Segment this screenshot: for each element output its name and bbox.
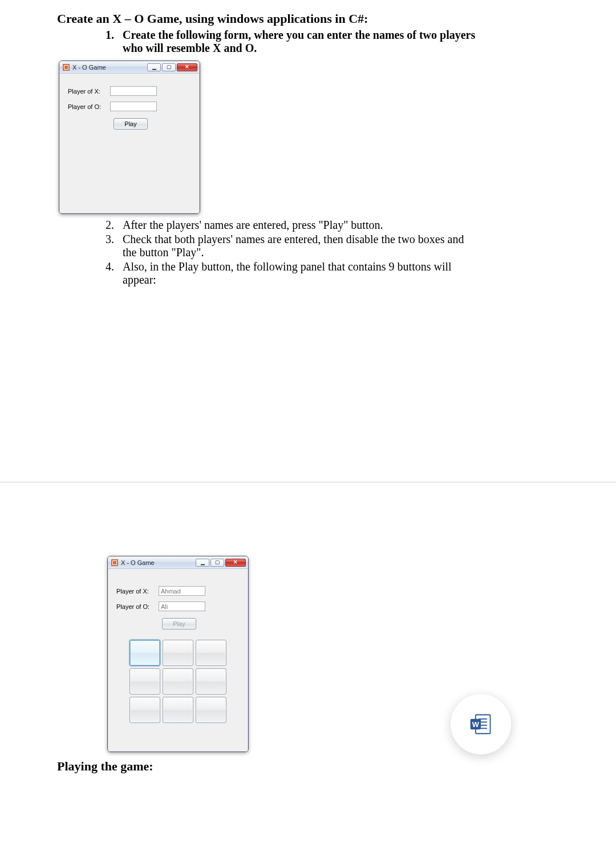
game-cell-8[interactable] (163, 697, 193, 723)
maximize-icon: ▢ (167, 64, 172, 70)
ordered-list-cont: 2. After the players' names are entered,… (57, 219, 559, 286)
game-cell-3[interactable] (196, 640, 226, 666)
play-wrap: Play (162, 618, 240, 629)
page-title: Create an X – O Game, using windows appl… (57, 11, 559, 26)
window-title: X - O Game (72, 64, 146, 71)
window-buttons: ▁ ▢ ✕ (146, 63, 197, 71)
word-icon: W (468, 712, 493, 737)
game-cell-6[interactable] (196, 668, 226, 695)
play-label: Play (124, 120, 136, 127)
row-player-x: Player of X: (116, 586, 240, 596)
list-number: 3. (106, 233, 123, 259)
game-cell-9[interactable] (196, 697, 226, 723)
row-player-o: Player of O: (116, 601, 240, 611)
document-page-2: X - O Game ▁ ▢ ✕ Player of X: Player of … (0, 544, 616, 797)
play-button: Play (162, 618, 196, 629)
window-title: X - O Game (121, 559, 194, 566)
game-cell-5[interactable] (163, 668, 193, 695)
play-label: Play (173, 620, 185, 627)
minimize-icon: ▁ (152, 64, 156, 70)
play-wrap: Play (114, 118, 191, 130)
svg-rect-5 (113, 561, 116, 564)
player-o-input (159, 601, 205, 611)
section-heading: Playing the game: (57, 759, 559, 774)
page-break (0, 482, 616, 544)
game-cell-7[interactable] (129, 697, 160, 723)
list-item: 1. Create the following form, where you … (106, 29, 559, 55)
label-player-x: Player of X: (116, 588, 155, 595)
player-x-input[interactable] (110, 86, 157, 96)
game-grid (116, 640, 240, 723)
game-cell-2[interactable] (163, 640, 193, 666)
row-player-x: Player of X: (68, 86, 191, 96)
label-player-o: Player of O: (116, 603, 155, 610)
app-icon (63, 64, 70, 71)
list-text: After the players' names are entered, pr… (123, 219, 383, 232)
list-item: 2. After the players' names are entered,… (106, 219, 559, 232)
winform-empty: X - O Game ▁ ▢ ✕ Player of X: Player of … (59, 60, 200, 214)
minimize-button[interactable]: ▁ (147, 63, 161, 71)
play-button[interactable]: Play (114, 118, 148, 130)
list-text: Create the following form, where you can… (123, 29, 476, 55)
app-icon (111, 559, 118, 566)
maximize-button[interactable]: ▢ (210, 559, 224, 567)
word-fab-button[interactable]: W (451, 694, 511, 754)
label-player-x: Player of X: (68, 88, 107, 95)
svg-rect-2 (64, 66, 68, 69)
client-area: Player of X: Player of O: Play (108, 569, 248, 752)
ordered-list: 1. Create the following form, where you … (57, 29, 559, 55)
row-player-o: Player of O: (68, 102, 191, 111)
list-text: Also, in the Play button, the following … (123, 260, 476, 286)
maximize-button[interactable]: ▢ (162, 63, 176, 71)
label-player-o: Player of O: (68, 103, 107, 110)
titlebar: X - O Game ▁ ▢ ✕ (59, 61, 200, 74)
list-text: Check that both players' names are enter… (123, 233, 476, 259)
game-cell-4[interactable] (129, 668, 160, 695)
window-buttons: ▁ ▢ ✕ (194, 559, 246, 567)
close-button[interactable]: ✕ (225, 559, 246, 567)
document-page: Create an X – O Game, using windows appl… (0, 0, 616, 310)
svg-text:W: W (472, 720, 480, 729)
list-item: 4. Also, in the Play button, the followi… (106, 260, 559, 286)
list-number: 1. (106, 29, 123, 55)
titlebar: X - O Game ▁ ▢ ✕ (108, 556, 248, 569)
game-cell-1[interactable] (129, 640, 160, 666)
list-number: 2. (106, 219, 123, 232)
player-o-input[interactable] (110, 102, 157, 111)
winform-filled: X - O Game ▁ ▢ ✕ Player of X: Player of … (107, 556, 249, 752)
maximize-icon: ▢ (215, 560, 220, 565)
player-x-input (159, 586, 205, 596)
list-item: 3. Check that both players' names are en… (106, 233, 559, 259)
minimize-icon: ▁ (201, 560, 205, 565)
client-area: Player of X: Player of O: Play (59, 74, 200, 213)
close-icon: ✕ (185, 64, 189, 70)
close-icon: ✕ (233, 560, 238, 565)
close-button[interactable]: ✕ (177, 63, 197, 71)
minimize-button[interactable]: ▁ (196, 559, 209, 567)
list-number: 4. (106, 260, 123, 286)
